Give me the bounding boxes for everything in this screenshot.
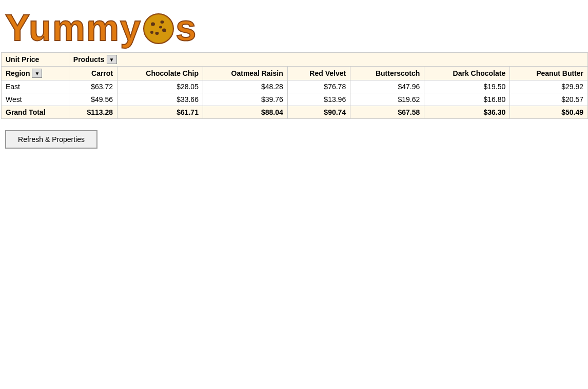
products-dropdown-btn[interactable]: ▼: [107, 55, 117, 64]
total-carrot: $113.28: [69, 106, 117, 119]
cookie-icon: [143, 13, 174, 45]
total-red-velvet: $90.74: [287, 106, 350, 119]
east-dark-choc: $19.50: [424, 80, 510, 93]
east-peanut-butter: $29.92: [510, 80, 588, 93]
refresh-properties-button[interactable]: Refresh & Properties: [5, 130, 97, 149]
unit-price-header: Unit Price: [2, 53, 69, 67]
west-butterscotch: $19.62: [350, 93, 424, 106]
west-dark-choc: $16.80: [424, 93, 510, 106]
pivot-header-row1: Unit Price Products ▼: [2, 53, 588, 67]
col-header-peanut-butter: Peanut Butter: [510, 67, 588, 80]
west-peanut-butter: $20.57: [510, 93, 588, 106]
region-header: Region ▼: [2, 67, 69, 80]
region-west: West: [2, 93, 69, 106]
east-red-velvet: $76.78: [287, 80, 350, 93]
svg-point-6: [150, 31, 153, 34]
svg-point-1: [145, 15, 172, 43]
grand-total-label: Grand Total: [2, 106, 69, 119]
east-carrot: $63.72: [69, 80, 117, 93]
products-header-cell: Products ▼: [69, 53, 587, 67]
west-red-velvet: $13.96: [287, 93, 350, 106]
logo-text-after: s: [175, 9, 197, 46]
col-header-carrot: Carrot: [69, 67, 117, 80]
col-header-dark-chocolate: Dark Chocolate: [424, 67, 510, 80]
east-choc-chip: $28.05: [117, 80, 203, 93]
grand-total-row: Grand Total $113.28 $61.71 $88.04 $90.74…: [2, 106, 588, 119]
button-area: Refresh & Properties: [0, 119, 588, 149]
col-header-chocolate-chip: Chocolate Chip: [117, 67, 203, 80]
total-butterscotch: $67.58: [350, 106, 424, 119]
west-choc-chip: $33.66: [117, 93, 203, 106]
table-row: West $49.56 $33.66 $39.76 $13.96 $19.62 …: [2, 93, 588, 106]
products-label: Products: [73, 55, 105, 64]
table-row: East $63.72 $28.05 $48.28 $76.78 $47.96 …: [2, 80, 588, 93]
col-header-butterscotch: Butterscotch: [350, 67, 424, 80]
total-peanut-butter: $50.49: [510, 106, 588, 119]
svg-point-2: [151, 23, 155, 26]
total-oatmeal: $88.04: [203, 106, 287, 119]
pivot-data: East $63.72 $28.05 $48.28 $76.78 $47.96 …: [2, 80, 588, 119]
east-oatmeal: $48.28: [203, 80, 287, 93]
svg-point-7: [159, 26, 162, 29]
pivot-area: Unit Price Products ▼ Region ▼ Car: [0, 52, 588, 119]
logo-text-before: Yummy: [5, 9, 142, 46]
col-header-red-velvet: Red Velvet: [287, 67, 350, 80]
east-butterscotch: $47.96: [350, 80, 424, 93]
col-header-oatmeal-raisin: Oatmeal Raisin: [203, 67, 287, 80]
pivot-header-row2: Region ▼ Carrot Chocolate Chip Oatmeal R…: [2, 67, 588, 80]
svg-point-3: [161, 21, 164, 24]
total-dark-choc: $36.30: [424, 106, 510, 119]
pivot-table: Unit Price Products ▼ Region ▼ Car: [1, 52, 588, 119]
logo-area: Yummy s: [0, 0, 588, 52]
west-oatmeal: $39.76: [203, 93, 287, 106]
region-label: Region: [6, 69, 30, 77]
total-choc-chip: $61.71: [117, 106, 203, 119]
svg-point-4: [162, 29, 166, 32]
west-carrot: $49.56: [69, 93, 117, 106]
svg-point-5: [155, 32, 159, 35]
logo: Yummy s: [5, 9, 197, 46]
region-east: East: [2, 80, 69, 93]
region-filter-btn[interactable]: ▼: [32, 69, 42, 78]
